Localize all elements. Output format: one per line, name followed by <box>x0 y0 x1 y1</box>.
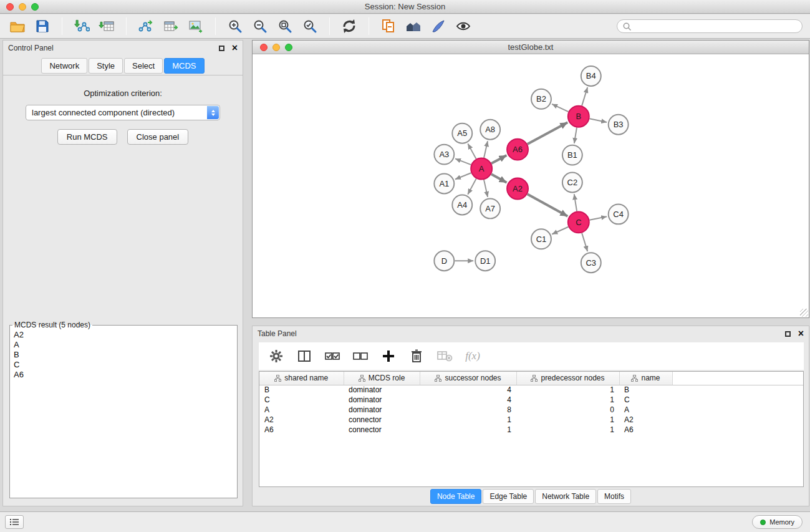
table-cell[interactable]: C <box>259 395 344 405</box>
graph-edge-C-C4[interactable] <box>589 216 607 220</box>
network-minimize-button[interactable] <box>272 44 280 51</box>
show-columns-button[interactable] <box>296 347 313 365</box>
table-row[interactable]: A2connector11A2 <box>259 415 803 425</box>
float-table-panel-icon[interactable] <box>785 331 791 337</box>
export-network-button[interactable] <box>136 16 156 36</box>
graph-edge-A-A3[interactable] <box>455 158 471 165</box>
document-copy-button[interactable] <box>378 16 398 36</box>
add-column-button[interactable] <box>380 347 397 365</box>
save-session-button[interactable] <box>32 16 52 36</box>
result-item[interactable]: A2 <box>10 330 237 340</box>
graph-edge-C-C3[interactable] <box>582 233 587 252</box>
table-cell[interactable]: 4 <box>420 395 516 405</box>
column-header-name[interactable]: name <box>619 372 672 385</box>
show-graphics-details-button[interactable] <box>453 16 473 36</box>
table-cell[interactable]: dominator <box>344 395 420 405</box>
close-window-button[interactable] <box>6 3 14 11</box>
memory-button[interactable]: Memory <box>752 515 803 529</box>
zoom-selected-button[interactable] <box>300 16 320 36</box>
resize-grip[interactable] <box>800 309 808 317</box>
minimize-window-button[interactable] <box>19 3 26 11</box>
table-row[interactable]: Adominator80A <box>259 405 803 415</box>
select-all-rows-button[interactable] <box>324 347 341 365</box>
export-table-button[interactable] <box>161 16 181 36</box>
network-close-button[interactable] <box>260 44 268 51</box>
table-cell[interactable]: C <box>619 395 672 405</box>
table-cell[interactable]: connector <box>344 425 420 435</box>
table-cell[interactable]: 1 <box>420 415 516 425</box>
table-cell[interactable]: 4 <box>420 385 516 395</box>
graph-edge-A2-C[interactable] <box>528 194 568 216</box>
network-zoom-button[interactable] <box>285 44 292 51</box>
table-cell[interactable]: 1 <box>516 395 619 405</box>
function-builder-button[interactable]: f(x) <box>464 347 481 365</box>
tab-select[interactable]: Select <box>124 58 163 74</box>
close-table-panel-icon[interactable]: × <box>798 329 804 339</box>
graph-edge-C-C1[interactable] <box>552 227 568 235</box>
table-cell[interactable]: 8 <box>420 405 516 415</box>
network-graph[interactable]: AA1A2A3A4A5A6A7A8BB1B2B3B4CC1C2C3C4DD1 <box>253 55 809 317</box>
table-cell[interactable]: 0 <box>516 405 619 415</box>
result-item[interactable]: C <box>10 360 237 370</box>
column-header-predecessor-nodes[interactable]: predecessor nodes <box>516 372 619 385</box>
graph-edge-A6-B[interactable] <box>528 122 567 144</box>
tab-mcds[interactable]: MCDS <box>164 58 204 74</box>
tab-node-table[interactable]: Node Table <box>430 489 482 504</box>
table-cell[interactable]: dominator <box>344 405 420 415</box>
graph-edge-B-B2[interactable] <box>552 104 568 112</box>
table-cell[interactable]: 1 <box>420 425 516 435</box>
graph-edge-A-A1[interactable] <box>455 173 471 179</box>
column-header-shared-name[interactable]: shared name <box>259 372 344 385</box>
table-cell[interactable]: dominator <box>344 385 420 395</box>
result-item[interactable]: A <box>10 340 237 350</box>
graph-edge-A-A4[interactable] <box>468 178 476 194</box>
deselect-all-rows-button[interactable] <box>352 347 369 365</box>
table-settings-button[interactable] <box>268 347 285 365</box>
tab-network[interactable]: Network <box>41 58 87 74</box>
zoom-fit-button[interactable] <box>275 16 295 36</box>
table-cell[interactable]: 1 <box>516 385 619 395</box>
table-cell[interactable]: B <box>259 385 344 395</box>
zoom-out-button[interactable] <box>250 16 270 36</box>
graph-edge-A-A7[interactable] <box>484 180 488 197</box>
table-cell[interactable]: B <box>619 385 672 395</box>
float-panel-icon[interactable] <box>219 46 224 51</box>
graph-edge-A-A5[interactable] <box>468 143 476 158</box>
table-cell[interactable]: A2 <box>619 415 672 425</box>
column-header-mcds-role[interactable]: MCDS role <box>344 372 420 385</box>
table-cell[interactable]: A6 <box>619 425 672 435</box>
graph-edge-A-A8[interactable] <box>484 141 488 158</box>
import-table-button[interactable] <box>97 16 117 36</box>
close-panel-icon[interactable]: × <box>232 43 238 53</box>
criterion-select[interactable]: largest connected component (directed) <box>26 105 220 120</box>
network-canvas[interactable]: AA1A2A3A4A5A6A7A8BB1B2B3B4CC1C2C3C4DD1 <box>253 55 809 317</box>
graph-edge-B-B3[interactable] <box>589 118 607 122</box>
table-row[interactable]: Cdominator41C <box>259 395 803 405</box>
tab-edge-table[interactable]: Edge Table <box>483 489 534 504</box>
run-mcds-button[interactable]: Run MCDS <box>57 129 117 145</box>
graph-edge-A-A6[interactable] <box>491 155 506 163</box>
table-cell[interactable]: A6 <box>259 425 344 435</box>
delete-column-button[interactable] <box>408 347 425 365</box>
close-panel-button[interactable]: Close panel <box>127 129 189 145</box>
apply-layout-button[interactable] <box>339 16 359 36</box>
open-session-button[interactable] <box>7 16 27 36</box>
graph-edge-B-B4[interactable] <box>582 87 587 106</box>
task-history-button[interactable] <box>5 515 24 529</box>
delete-table-button[interactable] <box>436 347 453 365</box>
table-row[interactable]: A6connector11A6 <box>259 425 803 435</box>
tab-style[interactable]: Style <box>89 58 123 74</box>
table-cell[interactable]: A <box>259 405 344 415</box>
tab-network-table[interactable]: Network Table <box>535 489 596 504</box>
result-item[interactable]: A6 <box>10 370 237 380</box>
table-row[interactable]: Bdominator41B <box>259 385 803 395</box>
brush-button[interactable] <box>428 16 448 36</box>
table-cell[interactable]: 1 <box>516 425 619 435</box>
search-input[interactable] <box>635 22 797 31</box>
column-header-successor-nodes[interactable]: successor nodes <box>420 372 516 385</box>
table-cell[interactable]: 1 <box>516 415 619 425</box>
zoom-in-button[interactable] <box>225 16 245 36</box>
graph-edge-B-B1[interactable] <box>574 127 577 143</box>
zoom-window-button[interactable] <box>31 3 39 11</box>
graph-edge-C-C2[interactable] <box>574 194 577 211</box>
